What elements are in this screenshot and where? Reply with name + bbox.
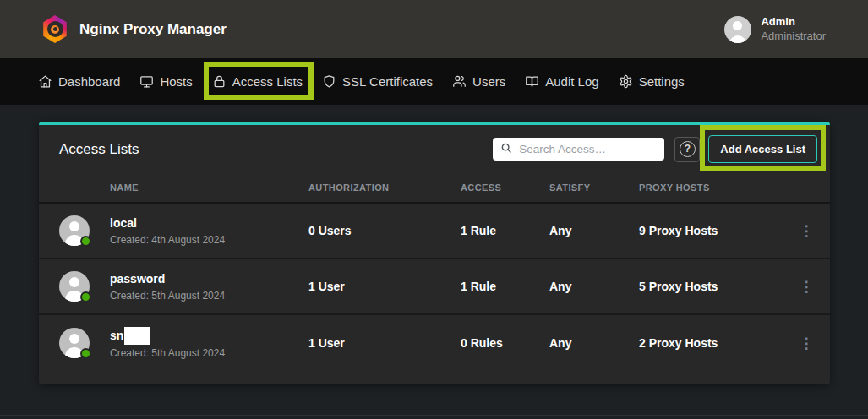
access-cell: 1 Rule — [461, 280, 549, 293]
shield-icon — [322, 74, 336, 89]
monitor-icon — [139, 74, 154, 89]
nav-item-audit-log[interactable]: Audit Log — [525, 74, 598, 89]
app-title: Nginx Proxy Manager — [79, 21, 227, 38]
main-nav: Dashboard Hosts Access Lists SSL Certifi… — [0, 58, 868, 105]
authorization-cell: 1 User — [308, 336, 461, 350]
table-row: local Created: 4th August 2024 0 Users 1… — [39, 204, 830, 259]
add-access-list-label: Add Access List — [720, 143, 805, 155]
column-header-proxy-hosts: PROXY HOSTS — [639, 182, 783, 193]
footer-divider — [0, 415, 868, 416]
satisfy-cell: Any — [549, 280, 639, 293]
logo-dot — [53, 27, 57, 31]
home-icon — [38, 74, 52, 89]
authorization-cell: 0 Users — [308, 224, 461, 237]
name-cell: password Created: 5th August 2024 — [39, 271, 308, 302]
nav-item-hosts[interactable]: Hosts — [139, 74, 192, 89]
nav-item-settings[interactable]: Settings — [619, 74, 685, 89]
row-actions-menu-icon[interactable]: ⋮ — [800, 336, 814, 351]
nav-item-ssl-certificates[interactable]: SSL Certificates — [322, 74, 433, 89]
row-actions-menu-icon[interactable]: ⋮ — [800, 280, 814, 294]
satisfy-cell: Any — [549, 224, 639, 237]
name-cell: local Created: 4th August 2024 — [39, 215, 308, 246]
status-online-dot — [80, 291, 91, 302]
nav-item-label: Hosts — [160, 74, 192, 89]
status-online-dot — [80, 236, 91, 247]
search-input[interactable] — [519, 143, 657, 155]
user-avatar — [724, 16, 751, 43]
app-logo-icon — [42, 15, 68, 43]
column-header-authorization: AUTHORIZATION — [308, 182, 461, 193]
name-cell: sn Created: 5th August 2024 — [39, 327, 308, 359]
status-online-dot — [80, 348, 91, 359]
column-header-satisfy: SATISFY — [549, 182, 639, 193]
nav-item-dashboard[interactable]: Dashboard — [38, 74, 120, 89]
column-header-access: ACCESS — [461, 182, 549, 193]
help-icon: ? — [680, 141, 696, 157]
panel-header: Access Lists ? Add Access List — [39, 125, 830, 173]
nav-item-access-lists[interactable]: Access Lists — [212, 74, 303, 89]
user-name: Admin — [761, 15, 826, 30]
table-header-row: NAME AUTHORIZATION ACCESS SATISFY PROXY … — [39, 173, 830, 204]
nav-item-label: SSL Certificates — [342, 74, 433, 89]
access-list-name[interactable]: local — [110, 215, 225, 231]
avatar — [59, 215, 90, 246]
row-actions-menu-icon[interactable]: ⋮ — [800, 224, 814, 238]
add-access-list-button[interactable]: Add Access List — [708, 135, 817, 163]
proxy-hosts-cell: 9 Proxy Hosts — [639, 224, 783, 237]
help-button[interactable]: ? — [674, 137, 700, 162]
nav-item-label: Audit Log — [545, 74, 598, 89]
search-icon — [500, 142, 512, 157]
lock-icon — [212, 74, 227, 89]
authorization-cell: 1 User — [308, 280, 461, 293]
table-row: password Created: 5th August 2024 1 User… — [39, 259, 830, 315]
access-list-name[interactable]: sn — [110, 327, 225, 345]
access-list-name[interactable]: password — [110, 271, 225, 286]
satisfy-cell: Any — [549, 336, 639, 350]
users-icon — [452, 74, 467, 89]
brand: Nginx Proxy Manager — [42, 15, 227, 43]
main-content: Access Lists ? Add Access List NAME AUTH… — [0, 105, 868, 419]
nav-item-label: Users — [472, 74, 505, 89]
logo-ring — [47, 21, 63, 37]
search-box — [493, 138, 664, 161]
logo-core — [51, 25, 59, 34]
redaction-box — [124, 327, 150, 345]
book-icon — [525, 74, 539, 89]
panel-title: Access Lists — [59, 141, 139, 158]
gear-icon — [619, 74, 633, 89]
created-date: Created: 5th August 2024 — [110, 347, 225, 359]
proxy-hosts-cell: 2 Proxy Hosts — [639, 336, 783, 350]
nav-item-label: Dashboard — [58, 74, 120, 89]
nav-item-label: Settings — [639, 74, 685, 89]
user-role: Administrator — [761, 30, 826, 44]
access-lists-panel: Access Lists ? Add Access List NAME AUTH… — [39, 122, 830, 384]
user-menu[interactable]: Admin Administrator — [724, 15, 826, 44]
nav-item-label: Access Lists — [232, 74, 303, 89]
avatar — [59, 271, 90, 302]
created-date: Created: 5th August 2024 — [110, 290, 225, 302]
access-cell: 1 Rule — [461, 224, 549, 237]
created-date: Created: 4th August 2024 — [110, 234, 225, 246]
access-cell: 0 Rules — [461, 336, 549, 350]
nav-item-users[interactable]: Users — [452, 74, 505, 89]
column-header-name: NAME — [39, 182, 308, 193]
avatar — [59, 328, 90, 358]
table-row: sn Created: 5th August 2024 1 User 0 Rul… — [39, 315, 830, 371]
proxy-hosts-cell: 5 Proxy Hosts — [639, 280, 783, 293]
top-bar: Nginx Proxy Manager Admin Administrator — [0, 0, 868, 58]
